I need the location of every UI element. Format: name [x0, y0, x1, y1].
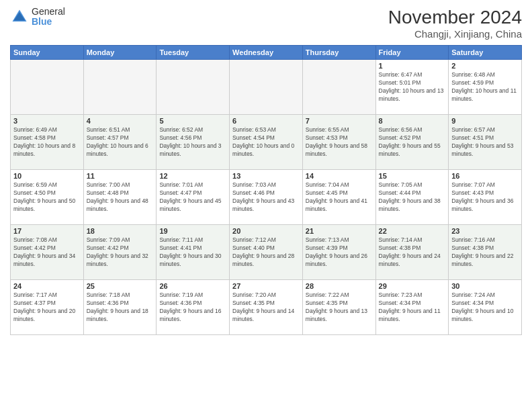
- day-number: 24: [13, 282, 81, 290]
- day-info: Sunrise: 7:12 AM Sunset: 4:40 PM Dayligh…: [232, 236, 300, 269]
- day-info: Sunrise: 6:48 AM Sunset: 4:59 PM Dayligh…: [451, 71, 519, 103]
- table-row: 25Sunrise: 7:18 AM Sunset: 4:36 PM Dayli…: [83, 280, 157, 335]
- day-number: 16: [451, 172, 519, 180]
- day-info: Sunrise: 6:55 AM Sunset: 4:53 PM Dayligh…: [306, 126, 373, 158]
- logo-blue: Blue: [32, 17, 65, 27]
- day-info: Sunrise: 6:57 AM Sunset: 4:51 PM Dayligh…: [451, 126, 519, 158]
- table-row: 10Sunrise: 6:59 AM Sunset: 4:50 PM Dayli…: [11, 170, 84, 225]
- day-number: 18: [87, 227, 154, 235]
- day-number: 4: [87, 117, 154, 125]
- day-number: 17: [13, 227, 81, 235]
- day-info: Sunrise: 7:16 AM Sunset: 4:38 PM Dayligh…: [451, 236, 519, 269]
- day-number: 2: [451, 62, 519, 70]
- table-row: [11, 60, 84, 115]
- calendar-week-row: 3Sunrise: 6:49 AM Sunset: 4:58 PM Daylig…: [11, 115, 522, 170]
- table-row: 14Sunrise: 7:04 AM Sunset: 4:45 PM Dayli…: [302, 170, 375, 225]
- day-number: 13: [232, 172, 300, 180]
- table-row: 27Sunrise: 7:20 AM Sunset: 4:35 PM Dayli…: [230, 280, 303, 335]
- table-row: 2Sunrise: 6:48 AM Sunset: 4:59 PM Daylig…: [449, 60, 522, 115]
- day-info: Sunrise: 7:24 AM Sunset: 4:34 PM Dayligh…: [451, 291, 519, 324]
- day-number: 8: [379, 117, 446, 125]
- day-number: 15: [379, 172, 446, 180]
- table-row: 1Sunrise: 6:47 AM Sunset: 5:01 PM Daylig…: [375, 60, 449, 115]
- table-row: 13Sunrise: 7:03 AM Sunset: 4:46 PM Dayli…: [230, 170, 303, 225]
- day-info: Sunrise: 7:08 AM Sunset: 4:42 PM Dayligh…: [13, 236, 81, 269]
- table-row: [230, 60, 303, 115]
- calendar-week-row: 17Sunrise: 7:08 AM Sunset: 4:42 PM Dayli…: [11, 225, 522, 280]
- table-row: 12Sunrise: 7:01 AM Sunset: 4:47 PM Dayli…: [157, 170, 230, 225]
- logo-general: General: [32, 7, 65, 17]
- day-info: Sunrise: 6:56 AM Sunset: 4:52 PM Dayligh…: [379, 126, 446, 158]
- day-info: Sunrise: 7:14 AM Sunset: 4:38 PM Dayligh…: [379, 236, 446, 269]
- table-row: 18Sunrise: 7:09 AM Sunset: 4:42 PM Dayli…: [83, 225, 157, 280]
- logo-icon: [10, 7, 29, 26]
- day-number: 6: [232, 117, 300, 125]
- day-number: 20: [232, 227, 300, 235]
- col-monday: Monday: [83, 46, 157, 60]
- day-info: Sunrise: 7:01 AM Sunset: 4:47 PM Dayligh…: [159, 181, 226, 214]
- day-info: Sunrise: 7:07 AM Sunset: 4:43 PM Dayligh…: [451, 181, 519, 214]
- calendar-header-row: Sunday Monday Tuesday Wednesday Thursday…: [11, 46, 522, 60]
- day-info: Sunrise: 7:00 AM Sunset: 4:48 PM Dayligh…: [87, 181, 154, 214]
- table-row: 15Sunrise: 7:05 AM Sunset: 4:44 PM Dayli…: [375, 170, 449, 225]
- calendar: Sunday Monday Tuesday Wednesday Thursday…: [10, 45, 522, 335]
- table-row: 8Sunrise: 6:56 AM Sunset: 4:52 PM Daylig…: [375, 115, 449, 170]
- day-info: Sunrise: 7:03 AM Sunset: 4:46 PM Dayligh…: [232, 181, 300, 214]
- day-number: 19: [159, 227, 226, 235]
- day-number: 28: [306, 282, 373, 290]
- col-friday: Friday: [375, 46, 449, 60]
- table-row: 23Sunrise: 7:16 AM Sunset: 4:38 PM Dayli…: [449, 225, 522, 280]
- location: Changji, Xinjiang, China: [388, 28, 522, 40]
- table-row: 20Sunrise: 7:12 AM Sunset: 4:40 PM Dayli…: [230, 225, 303, 280]
- day-info: Sunrise: 7:20 AM Sunset: 4:35 PM Dayligh…: [232, 291, 300, 324]
- day-info: Sunrise: 7:09 AM Sunset: 4:42 PM Dayligh…: [87, 236, 154, 269]
- table-row: 9Sunrise: 6:57 AM Sunset: 4:51 PM Daylig…: [449, 115, 522, 170]
- table-row: 26Sunrise: 7:19 AM Sunset: 4:36 PM Dayli…: [157, 280, 230, 335]
- day-info: Sunrise: 6:53 AM Sunset: 4:54 PM Dayligh…: [232, 126, 300, 158]
- day-number: 11: [87, 172, 154, 180]
- table-row: 19Sunrise: 7:11 AM Sunset: 4:41 PM Dayli…: [157, 225, 230, 280]
- table-row: [83, 60, 157, 115]
- table-row: 21Sunrise: 7:13 AM Sunset: 4:39 PM Dayli…: [302, 225, 375, 280]
- day-number: 1: [379, 62, 446, 70]
- day-info: Sunrise: 7:22 AM Sunset: 4:35 PM Dayligh…: [306, 291, 373, 324]
- day-info: Sunrise: 6:51 AM Sunset: 4:57 PM Dayligh…: [87, 126, 154, 158]
- day-info: Sunrise: 7:17 AM Sunset: 4:37 PM Dayligh…: [13, 291, 81, 324]
- calendar-week-row: 10Sunrise: 6:59 AM Sunset: 4:50 PM Dayli…: [11, 170, 522, 225]
- col-wednesday: Wednesday: [230, 46, 303, 60]
- day-number: 27: [232, 282, 300, 290]
- day-number: 25: [87, 282, 154, 290]
- day-number: 9: [451, 117, 519, 125]
- table-row: 24Sunrise: 7:17 AM Sunset: 4:37 PM Dayli…: [11, 280, 84, 335]
- day-info: Sunrise: 6:47 AM Sunset: 5:01 PM Dayligh…: [379, 71, 446, 103]
- table-row: 17Sunrise: 7:08 AM Sunset: 4:42 PM Dayli…: [11, 225, 84, 280]
- logo-text: General Blue: [32, 7, 65, 28]
- table-row: 16Sunrise: 7:07 AM Sunset: 4:43 PM Dayli…: [449, 170, 522, 225]
- day-info: Sunrise: 7:18 AM Sunset: 4:36 PM Dayligh…: [87, 291, 154, 324]
- col-sunday: Sunday: [11, 46, 84, 60]
- day-info: Sunrise: 7:05 AM Sunset: 4:44 PM Dayligh…: [379, 181, 446, 214]
- day-number: 26: [159, 282, 226, 290]
- calendar-week-row: 1Sunrise: 6:47 AM Sunset: 5:01 PM Daylig…: [11, 60, 522, 115]
- table-row: 28Sunrise: 7:22 AM Sunset: 4:35 PM Dayli…: [302, 280, 375, 335]
- day-info: Sunrise: 7:13 AM Sunset: 4:39 PM Dayligh…: [306, 236, 373, 269]
- day-info: Sunrise: 6:52 AM Sunset: 4:56 PM Dayligh…: [159, 126, 226, 158]
- day-info: Sunrise: 7:11 AM Sunset: 4:41 PM Dayligh…: [159, 236, 226, 269]
- table-row: [157, 60, 230, 115]
- table-row: 11Sunrise: 7:00 AM Sunset: 4:48 PM Dayli…: [83, 170, 157, 225]
- table-row: 7Sunrise: 6:55 AM Sunset: 4:53 PM Daylig…: [302, 115, 375, 170]
- day-number: 5: [159, 117, 226, 125]
- col-thursday: Thursday: [302, 46, 375, 60]
- header: General Blue November 2024 Changji, Xinj…: [10, 7, 522, 40]
- month-title: November 2024: [388, 7, 522, 28]
- col-tuesday: Tuesday: [157, 46, 230, 60]
- day-info: Sunrise: 7:19 AM Sunset: 4:36 PM Dayligh…: [159, 291, 226, 324]
- table-row: 30Sunrise: 7:24 AM Sunset: 4:34 PM Dayli…: [449, 280, 522, 335]
- table-row: 29Sunrise: 7:23 AM Sunset: 4:34 PM Dayli…: [375, 280, 449, 335]
- title-block: November 2024 Changji, Xinjiang, China: [388, 7, 522, 40]
- calendar-week-row: 24Sunrise: 7:17 AM Sunset: 4:37 PM Dayli…: [11, 280, 522, 335]
- day-info: Sunrise: 7:23 AM Sunset: 4:34 PM Dayligh…: [379, 291, 446, 324]
- table-row: 22Sunrise: 7:14 AM Sunset: 4:38 PM Dayli…: [375, 225, 449, 280]
- page: General Blue November 2024 Changji, Xinj…: [0, 0, 532, 411]
- table-row: 5Sunrise: 6:52 AM Sunset: 4:56 PM Daylig…: [157, 115, 230, 170]
